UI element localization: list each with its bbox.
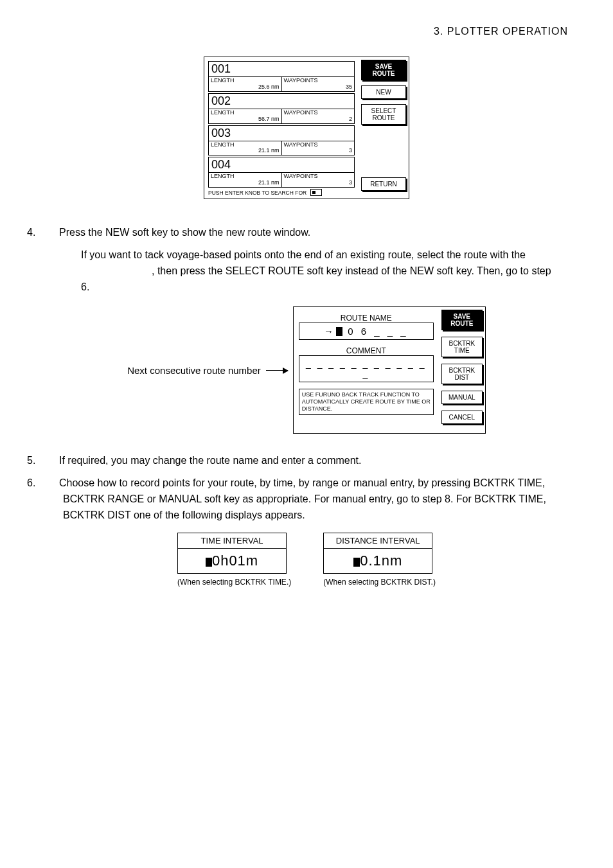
route-name-value: 0 6 _ _ _ bbox=[342, 326, 409, 337]
step-text: If required, you may change the route na… bbox=[59, 455, 362, 466]
save-route-figure: Next consecutive route number ROUTE NAME… bbox=[45, 306, 568, 434]
waypoints-value: 35 bbox=[284, 84, 353, 91]
search-hint-text: PUSH ENTER KNOB TO SEARCH FOR bbox=[208, 190, 306, 196]
save-route-screen: ROUTE NAME → 0 6 _ _ _ COMMENT _ _ _ _ _… bbox=[293, 306, 486, 434]
waypoints-value: 2 bbox=[284, 116, 353, 123]
route-waypoints-cell: WAYPOINTS 35 bbox=[282, 77, 355, 92]
distance-interval-caption: (When selecting BCKTRK DIST.) bbox=[323, 578, 436, 587]
save-route-softkey[interactable]: SAVE ROUTE bbox=[441, 310, 483, 330]
step-number: 5. bbox=[45, 453, 59, 469]
save-route-softkey[interactable]: SAVE ROUTE bbox=[361, 60, 406, 80]
cursor-icon bbox=[336, 327, 342, 336]
cursor-icon bbox=[353, 558, 360, 567]
route-item: 003 LENGTH 21.1 nm WAYPOINTS 3 bbox=[208, 125, 355, 156]
softkey-column: SAVE ROUTE NEW SELECT ROUTE RETURN bbox=[359, 57, 409, 199]
route-item: 002 LENGTH 56.7 nm WAYPOINTS 2 bbox=[208, 93, 355, 124]
route-id: 002 bbox=[208, 93, 355, 109]
route-waypoints-cell: WAYPOINTS 3 bbox=[282, 173, 355, 188]
time-value-text: 0h01m bbox=[212, 553, 258, 569]
distance-interval-value[interactable]: 0.1nm bbox=[323, 549, 432, 574]
length-value: 25.6 nm bbox=[211, 84, 280, 91]
save-route-left: ROUTE NAME → 0 6 _ _ _ COMMENT _ _ _ _ _… bbox=[294, 307, 439, 433]
softkey-line: SELECT bbox=[363, 107, 404, 114]
waypoints-value: 3 bbox=[284, 148, 353, 154]
softkey-line: SAVE bbox=[443, 313, 481, 320]
waypoints-label: WAYPOINTS bbox=[284, 173, 353, 180]
bcktrk-time-softkey[interactable]: BCKTRK TIME bbox=[441, 337, 483, 357]
waypoints-label: WAYPOINTS bbox=[284, 78, 353, 84]
length-value: 56.7 nm bbox=[211, 116, 280, 123]
step-5: 5.If required, you may change the route … bbox=[45, 453, 568, 469]
softkey-line: BCKTRK bbox=[443, 340, 481, 347]
route-id: 004 bbox=[208, 157, 355, 173]
softkey-line: DIST bbox=[443, 374, 481, 381]
step-text: Choose how to record points for your rou… bbox=[59, 477, 546, 520]
waypoints-label: WAYPOINTS bbox=[284, 142, 353, 148]
bcktrk-dist-softkey[interactable]: BCKTRK DIST bbox=[441, 364, 483, 384]
step-4-note: If you want to tack voyage-based points … bbox=[81, 247, 568, 295]
manual-softkey[interactable]: MANUAL bbox=[441, 391, 483, 404]
interval-figure: TIME INTERVAL 0h01m (When selecting BCKT… bbox=[45, 533, 568, 587]
note-text-a: If you want to tack voyage-based points … bbox=[81, 249, 526, 260]
waypoints-label: WAYPOINTS bbox=[284, 110, 353, 116]
softkey-line: TIME bbox=[443, 347, 481, 354]
route-id: 001 bbox=[208, 61, 355, 77]
arrow-right-icon: → bbox=[324, 326, 333, 337]
route-list-screen: 001 LENGTH 25.6 nm WAYPOINTS 35 002 LENG… bbox=[204, 57, 409, 199]
softkey-line: SAVE bbox=[363, 63, 404, 70]
arrow-icon bbox=[266, 370, 288, 371]
select-route-softkey[interactable]: SELECT ROUTE bbox=[361, 104, 406, 125]
step-6: 6.Choose how to record points for your r… bbox=[45, 475, 568, 523]
time-interval-window: TIME INTERVAL 0h01m (When selecting BCKT… bbox=[177, 533, 291, 587]
backtrack-instruction: USE FURUNO BACK TRACK FUNCTION TO AUTOMA… bbox=[299, 389, 434, 414]
route-length-cell: LENGTH 21.1 nm bbox=[208, 141, 282, 156]
time-interval-caption: (When selecting BCKTRK TIME.) bbox=[177, 578, 291, 587]
step-number: 4. bbox=[45, 225, 59, 241]
softkey-line: BCKTRK bbox=[443, 367, 481, 374]
softkey-line: ROUTE bbox=[443, 320, 481, 327]
pointer-label: Next consecutive route number bbox=[127, 365, 261, 376]
route-length-cell: LENGTH 21.1 nm bbox=[208, 173, 282, 188]
length-value: 21.1 nm bbox=[211, 180, 280, 186]
softkey-line: ROUTE bbox=[363, 70, 404, 77]
cursor-icon bbox=[206, 558, 212, 567]
softkey-line: ROUTE bbox=[363, 114, 404, 121]
distance-interval-window: DISTANCE INTERVAL 0.1nm (When selecting … bbox=[323, 533, 436, 587]
route-length-cell: LENGTH 56.7 nm bbox=[208, 109, 282, 124]
length-value: 21.1 nm bbox=[211, 148, 280, 154]
page-header-section: 3. PLOTTER OPERATION bbox=[45, 26, 568, 37]
time-interval-value[interactable]: 0h01m bbox=[177, 549, 287, 574]
new-softkey[interactable]: NEW bbox=[361, 85, 406, 99]
distance-interval-title: DISTANCE INTERVAL bbox=[323, 533, 432, 549]
comment-field[interactable]: _ _ _ _ _ _ _ _ _ _ _ _ bbox=[299, 355, 434, 382]
note-text-b: , then press the SELECT ROUTE soft key i… bbox=[81, 265, 551, 292]
step-text: Press the NEW soft key to show the new r… bbox=[59, 227, 310, 238]
cancel-softkey[interactable]: CANCEL bbox=[441, 411, 483, 424]
route-name-field[interactable]: → 0 6 _ _ _ bbox=[299, 323, 434, 340]
step-number: 6. bbox=[45, 475, 59, 492]
comment-label: COMMENT bbox=[299, 346, 434, 355]
route-list-panel: 001 LENGTH 25.6 nm WAYPOINTS 35 002 LENG… bbox=[204, 57, 359, 199]
dist-value-text: 0.1nm bbox=[360, 553, 402, 569]
step-4: 4.Press the NEW soft key to show the new… bbox=[45, 225, 568, 241]
route-item: 001 LENGTH 25.6 nm WAYPOINTS 35 bbox=[208, 61, 355, 92]
return-softkey[interactable]: RETURN bbox=[361, 177, 406, 191]
waypoints-value: 3 bbox=[284, 180, 353, 186]
search-hint: PUSH ENTER KNOB TO SEARCH FOR bbox=[208, 189, 355, 196]
keyboard-icon bbox=[310, 189, 322, 196]
route-waypoints-cell: WAYPOINTS 2 bbox=[282, 109, 355, 124]
route-id: 003 bbox=[208, 125, 355, 141]
route-name-label: ROUTE NAME bbox=[299, 314, 434, 323]
route-waypoints-cell: WAYPOINTS 3 bbox=[282, 141, 355, 156]
softkey-column: SAVE ROUTE BCKTRK TIME BCKTRK DIST MANUA… bbox=[439, 307, 485, 433]
time-interval-title: TIME INTERVAL bbox=[177, 533, 287, 549]
route-length-cell: LENGTH 25.6 nm bbox=[208, 77, 282, 92]
route-item: 004 LENGTH 21.1 nm WAYPOINTS 3 bbox=[208, 157, 355, 188]
